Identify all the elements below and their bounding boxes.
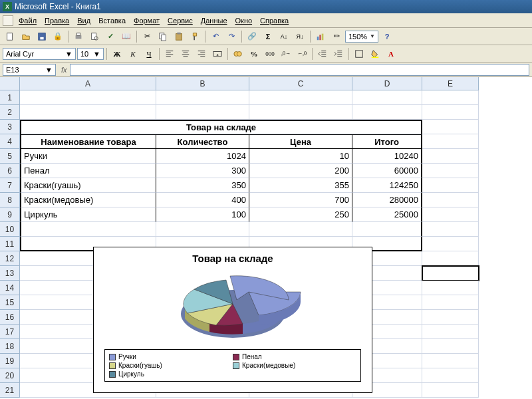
cell[interactable]: Итого	[352, 134, 422, 149]
cell[interactable]	[422, 134, 479, 149]
cell[interactable]	[422, 90, 479, 105]
cell[interactable]: Количество	[156, 134, 249, 149]
select-all-corner[interactable]	[0, 77, 20, 90]
print-icon[interactable]	[71, 29, 86, 44]
cell[interactable]: 250	[249, 207, 352, 222]
cell[interactable]	[352, 90, 422, 105]
cell[interactable]	[422, 193, 479, 207]
copy-icon[interactable]	[156, 29, 170, 44]
cell[interactable]: 124250	[352, 178, 422, 193]
help-icon[interactable]: ?	[380, 29, 394, 44]
row-header[interactable]: 21	[0, 383, 20, 398]
row-header[interactable]: 15	[0, 295, 20, 310]
row-header[interactable]: 14	[0, 281, 20, 295]
cell[interactable]: 350	[156, 178, 249, 193]
format-painter-icon[interactable]	[188, 29, 202, 44]
cell[interactable]	[422, 164, 479, 178]
cell[interactable]	[422, 354, 479, 368]
menu-edit[interactable]: Правка	[41, 15, 73, 26]
cell[interactable]	[422, 310, 479, 325]
embedded-chart[interactable]: Товар на складе	[93, 247, 372, 393]
underline-icon[interactable]: Ч	[142, 47, 156, 61]
cell[interactable]	[422, 207, 479, 222]
menu-help[interactable]: Справка	[256, 15, 293, 26]
cell[interactable]	[20, 222, 156, 237]
cell[interactable]: Товар на складе	[20, 120, 422, 134]
menu-window[interactable]: Окно	[231, 15, 257, 26]
fill-color-icon[interactable]	[368, 47, 382, 61]
font-name-combo[interactable]: Arial Cyr▼	[3, 48, 76, 60]
cell[interactable]	[20, 105, 156, 120]
save-icon[interactable]	[35, 29, 49, 44]
redo-icon[interactable]: ↷	[224, 29, 239, 44]
cell[interactable]: Циркуль	[20, 207, 156, 222]
currency-icon[interactable]	[231, 47, 245, 61]
cell[interactable]: Наименование товара	[20, 134, 156, 149]
cell[interactable]: 100	[156, 207, 249, 222]
zoom-combo[interactable]: 150%▼	[345, 31, 378, 43]
cell[interactable]: 355	[249, 178, 352, 193]
cell[interactable]: Ручки	[20, 149, 156, 164]
col-header[interactable]: D	[352, 77, 422, 90]
borders-icon[interactable]	[352, 47, 366, 61]
row-header[interactable]: 1	[0, 90, 20, 105]
row-header[interactable]: 20	[0, 368, 20, 383]
decrease-decimal-icon[interactable]: ←,0	[295, 47, 309, 61]
cell[interactable]	[422, 266, 479, 281]
worksheet-grid[interactable]: ABCDE 123456789101112131415161718192021 …	[0, 77, 532, 399]
new-icon[interactable]	[3, 29, 17, 44]
col-header[interactable]: E	[422, 77, 479, 90]
row-header[interactable]: 13	[0, 266, 20, 281]
menu-format[interactable]: Формат	[130, 15, 164, 26]
cell[interactable]: 10240	[352, 149, 422, 164]
formula-input[interactable]	[70, 64, 529, 76]
cell[interactable]: 60000	[352, 164, 422, 178]
permission-icon[interactable]: 🔒	[51, 29, 65, 44]
comma-icon[interactable]: 000	[263, 47, 277, 61]
control-icon[interactable]	[3, 15, 13, 26]
cell[interactable]	[422, 281, 479, 295]
cell[interactable]	[422, 251, 479, 266]
cell[interactable]	[422, 339, 479, 354]
increase-decimal-icon[interactable]: ,0→	[279, 47, 293, 61]
menu-data[interactable]: Данные	[197, 15, 231, 26]
cell[interactable]	[20, 90, 156, 105]
cell[interactable]	[422, 149, 479, 164]
cell[interactable]: 10	[249, 149, 352, 164]
col-header[interactable]: C	[249, 77, 352, 90]
cell[interactable]	[352, 105, 422, 120]
cell[interactable]	[422, 120, 479, 134]
font-size-combo[interactable]: 10▼	[77, 48, 104, 60]
cell[interactable]	[249, 222, 352, 237]
cell[interactable]	[422, 105, 479, 120]
bold-icon[interactable]: Ж	[110, 47, 124, 61]
cell[interactable]	[422, 325, 479, 339]
cell[interactable]: 200	[249, 164, 352, 178]
menu-file[interactable]: Файл	[15, 15, 41, 26]
increase-indent-icon[interactable]	[331, 47, 346, 61]
row-header[interactable]: 4	[0, 134, 20, 149]
row-header[interactable]: 3	[0, 120, 20, 134]
name-box[interactable]: E13▼	[3, 64, 56, 76]
italic-icon[interactable]: К	[126, 47, 140, 61]
menu-view[interactable]: Вид	[73, 15, 94, 26]
cell[interactable]: 700	[249, 193, 352, 207]
cell[interactable]	[422, 295, 479, 310]
cell[interactable]: Пенал	[20, 164, 156, 178]
cell[interactable]: 280000	[352, 193, 422, 207]
cut-icon[interactable]: ✂	[140, 29, 154, 44]
paste-icon[interactable]	[172, 29, 186, 44]
undo-icon[interactable]: ↶	[208, 29, 223, 44]
cell[interactable]	[422, 383, 479, 398]
cell[interactable]	[422, 237, 479, 251]
cell[interactable]	[422, 178, 479, 193]
cell[interactable]	[249, 105, 352, 120]
menu-insert[interactable]: Вставка	[94, 15, 130, 26]
row-header[interactable]: 8	[0, 193, 20, 207]
sort-asc-icon[interactable]: A↓	[277, 29, 291, 44]
decrease-indent-icon[interactable]	[315, 47, 330, 61]
fx-icon[interactable]: fx	[61, 66, 67, 74]
align-left-icon[interactable]	[162, 47, 177, 61]
research-icon[interactable]: 📖	[119, 29, 134, 44]
menu-tools[interactable]: Сервис	[164, 15, 197, 26]
